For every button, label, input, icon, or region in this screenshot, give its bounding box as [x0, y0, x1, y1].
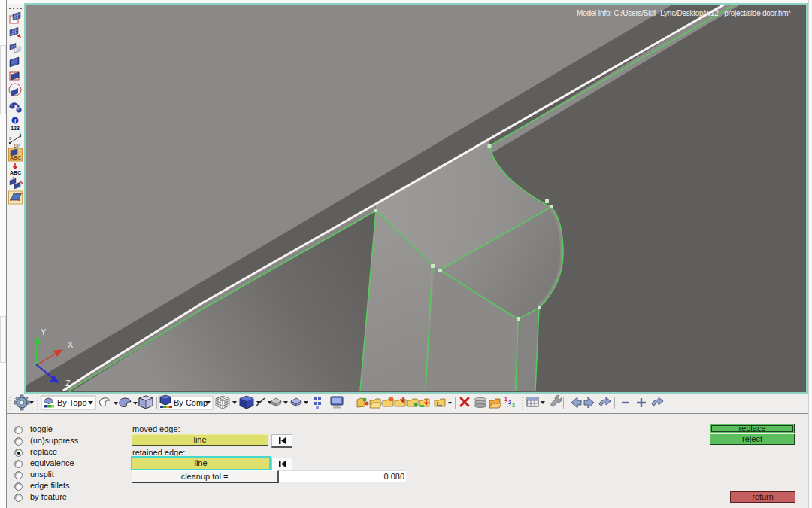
svg-text:ABC: ABC — [10, 155, 21, 160]
svg-text:0: 0 — [9, 136, 12, 141]
svg-text:Model Info: C:/Users/Skill_Lyn: Model Info: C:/Users/Skill_Lync/Desktop/… — [577, 9, 791, 17]
svg-text:X: X — [68, 340, 74, 349]
svg-text:Y: Y — [41, 327, 47, 336]
svg-text:1: 1 — [19, 131, 22, 135]
svg-text:10°: 10° — [14, 144, 21, 148]
svg-text:1: 1 — [504, 397, 508, 402]
svg-text:Z: Z — [65, 379, 71, 388]
svg-text:2: 2 — [508, 400, 511, 405]
svg-text:123: 123 — [11, 126, 20, 131]
svg-text:By Topo: By Topo — [57, 398, 87, 407]
svg-text:By Comp: By Comp — [174, 398, 208, 407]
svg-text:3: 3 — [512, 403, 515, 408]
svg-text:ABC: ABC — [10, 170, 21, 175]
